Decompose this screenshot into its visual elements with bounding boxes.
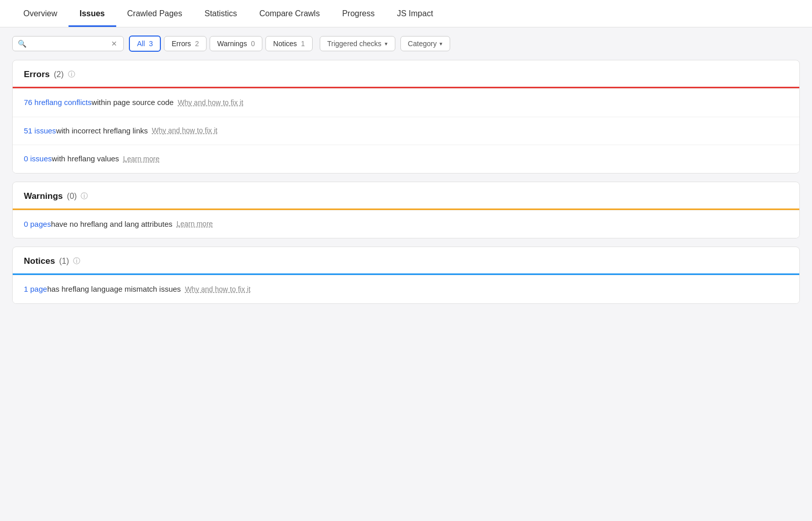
fix-link-incorrect-hreflang-links[interactable]: Why and how to fix it bbox=[152, 125, 217, 136]
dropdown-triggered-checks[interactable]: Triggered checks▾ bbox=[320, 36, 395, 51]
issue-row-incorrect-hreflang-links: 51 issues with incorrect hreflang linksW… bbox=[13, 117, 799, 145]
section-count-errors: (2) bbox=[54, 70, 64, 79]
section-notices: Notices (1)ⓘ1 page has hreflang language… bbox=[12, 247, 800, 304]
search-box: 🔍 ✕ bbox=[12, 36, 124, 51]
nav-tab-compare-crawls[interactable]: Compare Crawls bbox=[248, 0, 331, 27]
section-errors: Errors (2)ⓘ76 hreflang conflicts within … bbox=[12, 60, 800, 173]
section-title-errors: Errors bbox=[24, 70, 50, 80]
section-header-errors: Errors (2)ⓘ bbox=[13, 60, 799, 87]
filter-label-errors: Errors bbox=[172, 40, 193, 48]
nav-tab-js-impact[interactable]: JS Impact bbox=[386, 0, 444, 27]
nav-tab-statistics[interactable]: Statistics bbox=[193, 0, 248, 27]
section-header-notices: Notices (1)ⓘ bbox=[13, 247, 799, 273]
section-count-warnings: (0) bbox=[67, 192, 77, 201]
dropdown-category[interactable]: Category▾ bbox=[400, 36, 451, 51]
issue-row-hreflang-values: 0 issues with hreflang valuesLearn more bbox=[13, 145, 799, 173]
info-icon-notices[interactable]: ⓘ bbox=[73, 257, 80, 266]
issue-body-hreflang-language-mismatch: has hreflang language mismatch issues bbox=[47, 284, 181, 295]
learn-link-hreflang-values[interactable]: Learn more bbox=[123, 154, 160, 164]
section-header-warnings: Warnings (0)ⓘ bbox=[13, 182, 799, 209]
section-warnings: Warnings (0)ⓘ0 pages have no hreflang an… bbox=[12, 182, 800, 239]
issue-row-hreflang-conflicts: 76 hreflang conflicts within page source… bbox=[13, 88, 799, 117]
section-title-notices: Notices bbox=[24, 256, 55, 266]
issue-link-incorrect-hreflang-links[interactable]: 51 issues bbox=[24, 125, 56, 137]
filter-count-errors: 2 bbox=[195, 40, 199, 48]
filter-btn-errors[interactable]: Errors 2 bbox=[164, 36, 207, 51]
dropdown-group: Triggered checks▾Category▾ bbox=[320, 36, 451, 51]
clear-search-button[interactable]: ✕ bbox=[110, 40, 118, 48]
issue-link-hreflang-values[interactable]: 0 issues bbox=[24, 153, 52, 165]
dropdown-label-category: Category bbox=[408, 40, 437, 48]
info-icon-warnings[interactable]: ⓘ bbox=[81, 192, 88, 201]
issue-link-hreflang-conflicts[interactable]: 76 hreflang conflicts bbox=[24, 97, 91, 109]
search-icon: 🔍 bbox=[18, 40, 26, 48]
nav-tab-crawled-pages[interactable]: Crawled Pages bbox=[116, 0, 194, 27]
fix-link-hreflang-conflicts[interactable]: Why and how to fix it bbox=[178, 97, 243, 108]
chevron-down-icon: ▾ bbox=[385, 41, 388, 47]
dropdown-label-triggered-checks: Triggered checks bbox=[327, 40, 382, 48]
main-content: Errors (2)ⓘ76 hreflang conflicts within … bbox=[0, 60, 812, 324]
chevron-down-icon: ▾ bbox=[439, 41, 443, 47]
issue-link-hreflang-language-mismatch[interactable]: 1 page bbox=[24, 284, 47, 295]
issue-row-no-hreflang-lang: 0 pages have no hreflang and lang attrib… bbox=[13, 210, 799, 238]
issue-body-hreflang-conflicts: within page source code bbox=[91, 97, 174, 109]
toolbar: 🔍 ✕ All 3Errors 2Warnings 0Notices 1 Tri… bbox=[0, 27, 812, 60]
filter-label-notices: Notices bbox=[273, 40, 299, 48]
filter-btn-all[interactable]: All 3 bbox=[129, 36, 161, 52]
filter-btn-notices[interactable]: Notices 1 bbox=[265, 36, 312, 51]
info-icon-errors[interactable]: ⓘ bbox=[68, 70, 75, 79]
nav-tab-issues[interactable]: Issues bbox=[69, 0, 116, 27]
section-count-notices: (1) bbox=[59, 257, 69, 266]
filter-btn-warnings[interactable]: Warnings 0 bbox=[210, 36, 262, 51]
filter-count-notices: 1 bbox=[301, 40, 305, 48]
nav-tab-progress[interactable]: Progress bbox=[331, 0, 386, 27]
issue-body-incorrect-hreflang-links: with incorrect hreflang links bbox=[56, 125, 148, 137]
issue-body-no-hreflang-lang: have no hreflang and lang attributes bbox=[51, 219, 172, 230]
issue-row-hreflang-language-mismatch: 1 page has hreflang language mismatch is… bbox=[13, 275, 799, 303]
filter-group: All 3Errors 2Warnings 0Notices 1 bbox=[129, 36, 313, 52]
learn-link-no-hreflang-lang[interactable]: Learn more bbox=[177, 219, 213, 229]
nav-tab-overview[interactable]: Overview bbox=[12, 0, 69, 27]
filter-count-all: 3 bbox=[149, 40, 153, 48]
nav-bar: OverviewIssuesCrawled PagesStatisticsCom… bbox=[0, 0, 812, 27]
filter-label-warnings: Warnings bbox=[217, 40, 249, 48]
filter-label-all: All bbox=[137, 40, 147, 48]
issue-link-no-hreflang-lang[interactable]: 0 pages bbox=[24, 219, 51, 230]
section-title-warnings: Warnings bbox=[24, 191, 63, 201]
fix-link-hreflang-language-mismatch[interactable]: Why and how to fix it bbox=[185, 284, 250, 295]
filter-count-warnings: 0 bbox=[251, 40, 255, 48]
issue-body-hreflang-values: with hreflang values bbox=[52, 153, 119, 165]
